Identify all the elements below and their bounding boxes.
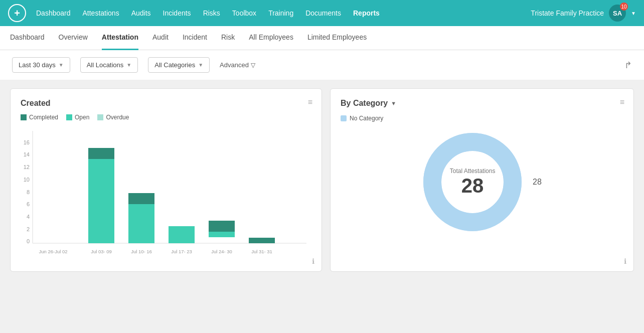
main-content: Created ≡ Completed Open Overdue 0 2 — [0, 80, 644, 280]
top-navigation: + Dashboard Attestations Audits Incident… — [0, 0, 644, 26]
svg-text:2: 2 — [27, 226, 30, 232]
top-nav-links: Dashboard Attestations Audits Incidents … — [36, 9, 531, 17]
locations-filter[interactable]: All Locations ▼ — [80, 57, 138, 73]
sub-navigation: Dashboard Overview Attestation Audit Inc… — [0, 26, 644, 50]
logo-icon: + — [14, 8, 20, 19]
svg-text:Jun 26-Jul 02: Jun 26-Jul 02 — [39, 249, 67, 254]
nav-risks[interactable]: Risks — [203, 9, 220, 17]
bar-completed — [128, 193, 154, 204]
nav-toolbox[interactable]: Toolbox — [232, 9, 256, 17]
chevron-down-icon: ▼ — [198, 62, 203, 68]
svg-text:0: 0 — [27, 238, 30, 244]
tab-overview[interactable]: Overview — [59, 26, 88, 50]
svg-rect-0 — [21, 114, 27, 120]
svg-text:8: 8 — [27, 189, 30, 195]
share-button[interactable]: ↰ — [624, 60, 632, 71]
bar-completed — [209, 221, 235, 232]
svg-text:Jul 03- 09: Jul 03- 09 — [91, 249, 112, 254]
svg-text:6: 6 — [27, 201, 30, 207]
svg-text:14: 14 — [24, 151, 30, 157]
nav-audits[interactable]: Audits — [131, 9, 151, 17]
filter-icon: ▽ — [251, 62, 255, 69]
filters-right: ↰ — [624, 60, 632, 71]
tab-dashboard[interactable]: Dashboard — [10, 26, 45, 50]
bar-chart-svg: 0 2 4 6 8 10 12 14 16 Jun 26-Jul 02 J — [21, 129, 311, 259]
card-menu-icon[interactable]: ≡ — [308, 98, 312, 107]
tab-risk[interactable]: Risk — [221, 26, 235, 50]
legend-open: Open — [66, 114, 89, 121]
donut-chart: Total Attestations 28 — [422, 132, 523, 232]
svg-text:16: 16 — [24, 139, 30, 145]
nav-dashboard[interactable]: Dashboard — [36, 9, 71, 17]
chart-legend: Completed Open Overdue — [21, 114, 311, 121]
bar-open — [169, 226, 195, 243]
overdue-legend-icon — [97, 114, 103, 120]
bar-open — [128, 204, 154, 243]
created-chart-title: Created — [21, 99, 311, 108]
donut-center-label: Total Attestations 28 — [450, 168, 496, 197]
nav-incidents[interactable]: Incidents — [163, 9, 191, 17]
nav-reports[interactable]: Reports — [353, 9, 380, 17]
svg-text:Jul 17- 23: Jul 17- 23 — [171, 249, 192, 254]
tab-audit[interactable]: Audit — [152, 26, 169, 50]
nav-training[interactable]: Training — [268, 9, 293, 17]
bar-chart-container: 0 2 4 6 8 10 12 14 16 Jun 26-Jul 02 J — [21, 129, 311, 261]
org-name: Tristate Family Practice — [531, 9, 604, 17]
date-range-filter[interactable]: Last 30 days ▼ — [12, 57, 70, 73]
donut-side-count: 28 — [533, 178, 542, 187]
no-category-dot — [341, 115, 347, 121]
tab-all-employees[interactable]: All Employees — [249, 26, 293, 50]
info-icon[interactable]: ℹ — [624, 257, 626, 265]
svg-text:10: 10 — [24, 177, 30, 183]
bar-open — [209, 232, 235, 237]
logo-button[interactable]: + — [8, 4, 26, 22]
by-category-card: By Category ▼ ≡ No Category — [330, 88, 634, 272]
tab-limited-employees[interactable]: Limited Employees — [307, 26, 367, 50]
nav-attestations[interactable]: Attestations — [83, 9, 119, 17]
by-category-header: By Category ▼ — [341, 99, 623, 108]
svg-text:Jul 10- 16: Jul 10- 16 — [131, 249, 152, 254]
top-nav-right: Tristate Family Practice SA 10 ▼ — [531, 5, 636, 22]
user-avatar-wrap[interactable]: SA 10 — [609, 5, 626, 22]
svg-rect-1 — [66, 114, 72, 120]
legend-completed: Completed — [21, 114, 58, 121]
created-chart-card: Created ≡ Completed Open Overdue 0 2 — [10, 88, 322, 272]
svg-rect-2 — [97, 114, 103, 120]
filters-bar: Last 30 days ▼ All Locations ▼ All Categ… — [0, 50, 644, 80]
by-category-title: By Category — [341, 99, 388, 108]
legend-overdue: Overdue — [97, 114, 129, 121]
bar-open — [88, 159, 114, 243]
no-category-legend: No Category — [341, 115, 623, 122]
tab-incident[interactable]: Incident — [183, 26, 207, 50]
tab-attestation[interactable]: Attestation — [102, 26, 138, 50]
svg-text:Jul 31- 31: Jul 31- 31 — [251, 249, 272, 254]
svg-text:Jul 24- 30: Jul 24- 30 — [211, 249, 232, 254]
chevron-down-icon: ▼ — [59, 62, 64, 68]
notification-badge: 10 — [620, 3, 628, 11]
nav-documents[interactable]: Documents — [305, 9, 341, 17]
open-legend-icon — [66, 114, 72, 120]
info-icon[interactable]: ℹ — [312, 257, 314, 265]
chevron-down-icon: ▼ — [126, 62, 131, 68]
by-category-dropdown[interactable]: ▼ — [391, 100, 396, 106]
bar-completed — [249, 238, 275, 243]
user-dropdown-arrow[interactable]: ▼ — [631, 11, 636, 16]
categories-filter[interactable]: All Categories ▼ — [148, 57, 210, 73]
bar-completed — [88, 148, 114, 159]
svg-text:4: 4 — [27, 214, 30, 220]
card-menu-icon[interactable]: ≡ — [620, 98, 624, 107]
completed-legend-icon — [21, 114, 27, 120]
donut-chart-area: Total Attestations 28 28 — [341, 132, 623, 232]
advanced-filter-button[interactable]: Advanced ▽ — [220, 61, 255, 69]
svg-text:12: 12 — [24, 164, 30, 170]
